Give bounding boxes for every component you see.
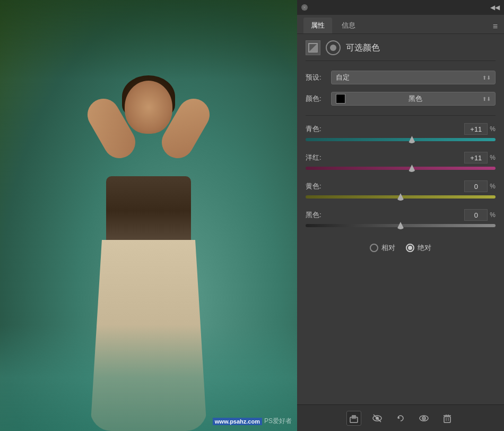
radio-relative[interactable]: 相对 — [370, 243, 395, 253]
color-value: 黑色 — [409, 94, 422, 104]
collapse-button[interactable]: ◀◀ — [490, 4, 500, 11]
radio-absolute-circle[interactable] — [406, 244, 414, 252]
color-dropdown-arrow: ⬆⬇ — [482, 96, 491, 102]
cyan-value-box: +11 % — [464, 123, 496, 135]
panel-icon-circle — [326, 40, 341, 55]
color-dropdown[interactable]: 黑色 ⬆⬇ — [331, 92, 496, 106]
tab-properties[interactable]: 属性 — [303, 18, 332, 33]
color-label: 颜色: — [306, 94, 327, 104]
magenta-value-box: +11 % — [464, 152, 496, 163]
magenta-slider-track[interactable] — [306, 167, 496, 170]
black-slider-thumb[interactable] — [397, 222, 404, 229]
svg-rect-12 — [444, 417, 450, 423]
dress-top — [106, 176, 191, 245]
yellow-slider-thumb[interactable] — [397, 193, 404, 201]
cyan-slider-track[interactable] — [306, 138, 496, 141]
preset-value: 自定 — [336, 73, 350, 82]
watermark: www.psahz.com PS爱好者 — [213, 417, 292, 426]
right-panel: × ◀◀ 属性 信息 ≡ 可选颜色 预设: 自定 — [297, 0, 504, 431]
panel-header: 可选颜色 — [306, 40, 496, 61]
black-slider-section: 黑色: 0 % — [306, 209, 496, 229]
dress-bottom — [90, 240, 207, 431]
tab-info[interactable]: 信息 — [334, 18, 363, 33]
radio-relative-label: 相对 — [381, 243, 395, 253]
watermark-ps: www.psahz.com — [213, 418, 262, 425]
color-swatch — [336, 94, 345, 104]
radio-relative-circle[interactable] — [370, 244, 378, 252]
tab-bar: 属性 信息 ≡ — [297, 15, 504, 34]
cyan-slider-thumb[interactable] — [408, 136, 415, 143]
cyan-value-input[interactable]: +11 — [464, 123, 488, 135]
preset-dropdown[interactable]: 自定 ⬆⬇ — [331, 71, 496, 84]
visibility-button[interactable] — [370, 411, 385, 426]
black-value-input[interactable]: 0 — [464, 209, 488, 221]
black-value-box: 0 % — [464, 209, 496, 221]
tab-menu-button[interactable]: ≡ — [493, 22, 498, 33]
watermark-text: PS爱好者 — [264, 417, 292, 426]
cyan-label: 青色: — [306, 124, 325, 134]
panel-title: 可选颜色 — [346, 42, 380, 54]
yellow-slider-header: 黄色: 0 % — [306, 180, 496, 192]
cyan-unit: % — [490, 125, 496, 133]
magenta-slider-header: 洋红: +11 % — [306, 152, 496, 163]
black-label: 黑色: — [306, 210, 325, 220]
preset-dropdown-arrow: ⬆⬇ — [482, 75, 491, 81]
radio-absolute-label: 绝对 — [418, 243, 431, 253]
cyan-slider-header: 青色: +11 % — [306, 123, 496, 135]
black-slider-header: 黑色: 0 % — [306, 209, 496, 221]
person-head — [125, 81, 172, 134]
properties-panel: 可选颜色 预设: 自定 ⬆⬇ 颜色: 黑色 ⬆⬇ 青色: +1 — [297, 34, 504, 404]
yellow-slider-section: 黄色: 0 % — [306, 180, 496, 201]
svg-rect-3 — [352, 415, 356, 419]
radio-absolute[interactable]: 绝对 — [406, 243, 431, 253]
close-button[interactable]: × — [301, 4, 308, 11]
black-unit: % — [490, 211, 496, 219]
clip-mask-button[interactable] — [346, 411, 361, 426]
radio-row: 相对 绝对 — [306, 243, 496, 253]
cyan-slider-section: 青色: +11 % — [306, 123, 496, 143]
image-panel: www.psahz.com PS爱好者 — [0, 0, 297, 431]
preset-label: 预设: — [306, 73, 327, 82]
selective-color-icon — [306, 40, 320, 55]
eye-preview-button[interactable] — [416, 411, 431, 426]
yellow-slider-track[interactable] — [306, 195, 496, 199]
color-row: 颜色: 黑色 ⬆⬇ — [306, 92, 496, 106]
svg-point-11 — [423, 417, 425, 419]
yellow-value-box: 0 % — [464, 180, 496, 192]
magenta-value-input[interactable]: +11 — [464, 152, 488, 163]
photo-background — [0, 0, 297, 431]
yellow-unit: % — [490, 183, 496, 190]
reset-button[interactable] — [393, 411, 408, 426]
magenta-slider-thumb[interactable] — [408, 165, 415, 172]
magenta-slider-section: 洋红: +11 % — [306, 152, 496, 172]
bottom-toolbar — [297, 404, 504, 431]
person-figure — [74, 49, 223, 431]
yellow-value-input[interactable]: 0 — [464, 180, 488, 192]
black-slider-track[interactable] — [306, 224, 496, 227]
preset-row: 预设: 自定 ⬆⬇ — [306, 71, 496, 84]
title-bar: × ◀◀ — [297, 0, 504, 15]
delete-button[interactable] — [440, 411, 455, 426]
yellow-label: 黄色: — [306, 182, 325, 191]
magenta-unit: % — [490, 154, 496, 161]
magenta-label: 洋红: — [306, 153, 325, 162]
svg-marker-1 — [309, 44, 317, 52]
divider-1 — [306, 115, 496, 116]
